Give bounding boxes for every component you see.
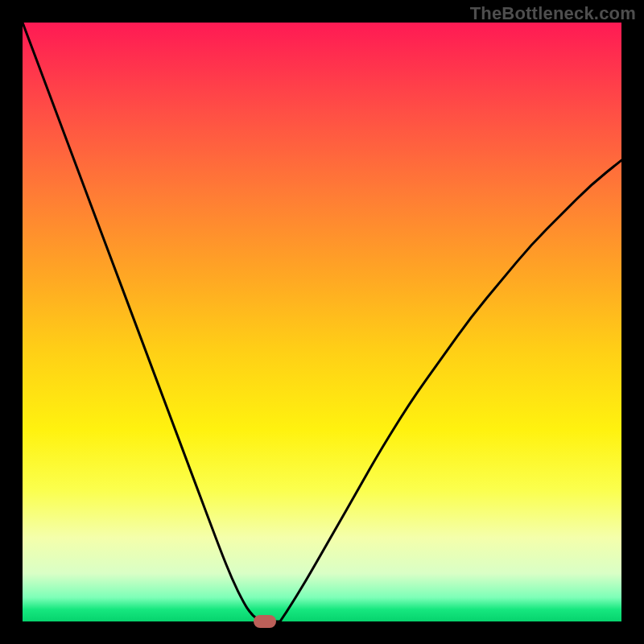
bottleneck-curve (23, 23, 621, 621)
watermark-text: TheBottleneck.com (470, 3, 636, 24)
minimum-marker (254, 615, 276, 628)
curve-path (23, 23, 621, 621)
plot-area (23, 23, 621, 621)
chart-frame: TheBottleneck.com (0, 0, 644, 644)
